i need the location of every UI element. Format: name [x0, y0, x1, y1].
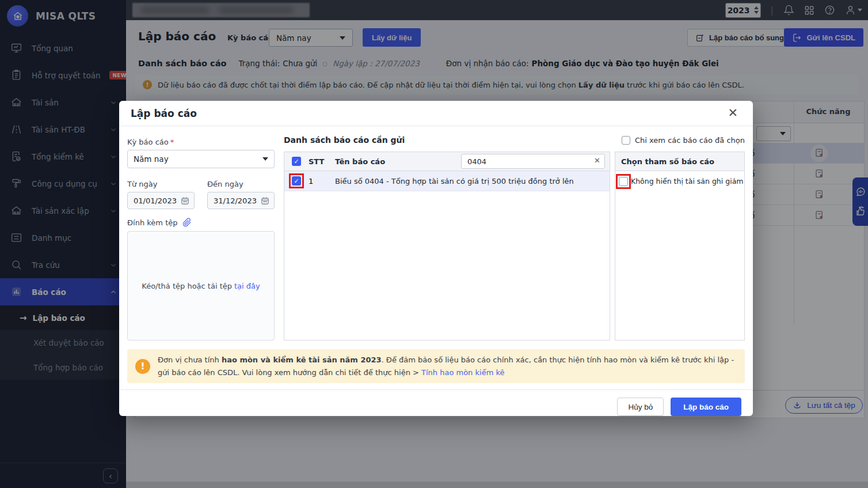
dropzone-upload-link[interactable]: tại đây [234, 282, 260, 290]
warning-text: Đơn vị chưa tính hao mòn và kiểm kê tài … [158, 354, 737, 379]
modal-period-select[interactable]: Năm nay [127, 150, 275, 168]
depreciation-warning-banner: ! Đơn vị chưa tính hao mòn và kiểm kê tà… [127, 349, 745, 383]
from-date-label: Từ ngày [127, 180, 195, 188]
submit-report-button[interactable]: Lập báo cáo [671, 398, 741, 416]
attach-label: Đính kèm tệp [127, 218, 178, 227]
modal-body: Kỳ báo cáo* Năm nay Từ ngày 01/01/2023 [119, 126, 753, 343]
modal-header: Lập báo cáo ✕ [119, 101, 753, 126]
to-date-value: 31/12/2023 [214, 196, 257, 205]
report-search: ✕ [461, 154, 605, 169]
modal-footer: Hủy bỏ Lập báo cáo [119, 389, 753, 416]
only-selected-label: Chỉ xem các báo cáo đã chọn [635, 136, 745, 145]
param-column-header: Chọn tham số báo cáo [615, 152, 744, 171]
dropzone-text: Kéo/thả tệp hoặc tải tệp [142, 282, 232, 290]
close-icon[interactable]: ✕ [724, 107, 741, 119]
param-label: Không hiển thị tài sản ghi giảm [631, 177, 743, 186]
report-list-title: Danh sách báo cáo cần gửi [284, 135, 405, 145]
warning-icon: ! [135, 359, 150, 374]
report-list-panel: Danh sách báo cáo cần gửi Chỉ xem các bá… [284, 133, 745, 343]
table-header-row: ✓ STT Tên báo cáo ✕ [284, 152, 610, 171]
file-dropzone[interactable]: Kéo/thả tệp hoặc tải tệp tại đây [127, 231, 275, 341]
create-report-modal: Lập báo cáo ✕ Kỳ báo cáo* Năm nay Từ ngà… [119, 101, 753, 416]
modal-title: Lập báo cáo [131, 108, 197, 119]
highlight-box [616, 174, 631, 189]
caret-down-icon [262, 157, 268, 161]
report-row-checkbox[interactable]: ✓ [292, 176, 301, 186]
to-date-input[interactable]: 31/12/2023 [207, 192, 275, 209]
report-row[interactable]: ✓ 1 Biểu số 0404 - Tổng hợp tài sản có g… [284, 171, 610, 191]
date-range-row: Từ ngày 01/01/2023 Đến ngày 31/12/2023 [127, 175, 275, 209]
cancel-button[interactable]: Hủy bỏ [617, 398, 664, 416]
stt-column-header: STT [309, 157, 335, 166]
modal-period-value: Năm nay [134, 154, 169, 164]
from-date-value: 01/01/2023 [134, 196, 177, 205]
attach-label-row: Đính kèm tệp [127, 218, 275, 227]
report-main-table: ✓ STT Tên báo cáo ✕ ✓ [284, 152, 610, 341]
calendar-icon [261, 196, 269, 205]
required-asterisk: * [170, 138, 174, 146]
name-column-header: Tên báo cáo [335, 157, 461, 166]
only-selected-toggle[interactable]: Chỉ xem các báo cáo đã chọn [622, 136, 745, 145]
report-param-panel: Chọn tham số báo cáo Không hiển thị tài … [615, 152, 745, 341]
report-list-head: Danh sách báo cáo cần gửi Chỉ xem các bá… [284, 133, 745, 147]
clear-search-icon[interactable]: ✕ [594, 156, 600, 165]
report-form: Kỳ báo cáo* Năm nay Từ ngày 01/01/2023 [127, 133, 275, 343]
highlight-box: ✓ [289, 173, 304, 188]
only-selected-checkbox[interactable] [622, 136, 630, 145]
report-search-input[interactable] [461, 154, 605, 169]
to-date-label: Đến ngày [207, 180, 275, 188]
calendar-icon [181, 196, 189, 205]
param-row: Không hiển thị tài sản ghi giảm [615, 171, 744, 191]
from-date-input[interactable]: 01/01/2023 [127, 192, 195, 209]
param-checkbox[interactable] [619, 177, 628, 186]
report-row-stt: 1 [309, 177, 335, 186]
depreciation-guide-link[interactable]: Tính hao mòn kiểm kê [421, 368, 504, 377]
paperclip-icon[interactable] [182, 218, 192, 227]
select-all-checkbox[interactable]: ✓ [292, 157, 301, 166]
report-tables: ✓ STT Tên báo cáo ✕ ✓ [284, 152, 745, 341]
period-label: Kỳ báo cáo* [127, 138, 275, 146]
report-row-name: Biểu số 0404 - Tổng hợp tài sản có giá t… [335, 177, 610, 186]
